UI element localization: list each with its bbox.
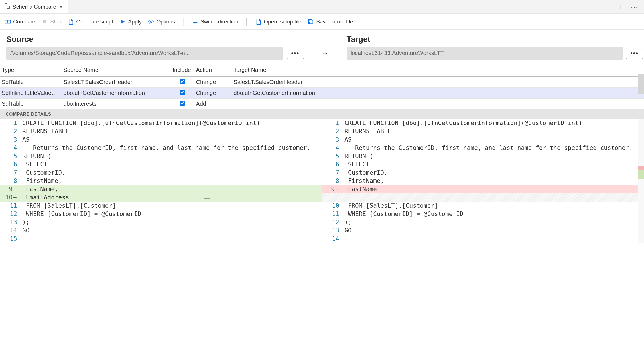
cell-type: SqlTable xyxy=(0,77,62,88)
stop-label: Stop xyxy=(50,19,61,25)
cell-target-name: dbo.ufnGetCustomerInformation xyxy=(232,88,644,99)
code-line: 10 FROM [SalesLT].[Customer] xyxy=(322,202,644,210)
code-line: 13GO xyxy=(322,226,644,235)
line-number: 11 xyxy=(0,202,22,210)
line-content: CustomerID, xyxy=(344,169,644,177)
cell-action: Add xyxy=(194,99,232,109)
line-content: -- Returns the CustomerID, first name, a… xyxy=(22,144,322,152)
target-code-pane[interactable]: 1CREATE FUNCTION [dbo].[ufnGetCustomerIn… xyxy=(322,119,644,243)
include-checkbox[interactable] xyxy=(180,101,185,106)
save-label: Save .scmp file xyxy=(316,19,353,25)
col-action-header[interactable]: Action xyxy=(194,64,232,77)
tab-bar: Schema Compare ··· xyxy=(0,0,644,14)
source-heading: Source xyxy=(6,35,304,44)
open-scmp-button[interactable]: Open .scmp file xyxy=(255,19,301,25)
code-line: 5RETURN ( xyxy=(0,152,322,160)
svg-rect-1 xyxy=(7,6,9,8)
options-button[interactable]: Options xyxy=(148,19,175,25)
compare-label: Compare xyxy=(13,19,35,25)
table-row[interactable]: SqlInlineTableValuedFu...dbo.ufnGetCusto… xyxy=(0,88,644,99)
apply-button[interactable]: Apply xyxy=(119,19,142,25)
code-line: 12); xyxy=(322,218,644,226)
code-line: 1CREATE FUNCTION [dbo].[ufnGetCustomerIn… xyxy=(0,119,322,127)
line-number: 13 xyxy=(0,218,22,226)
code-line: 9 LastName xyxy=(322,185,644,193)
options-label: Options xyxy=(157,19,175,25)
switch-direction-button[interactable]: Switch direction xyxy=(192,19,238,25)
code-line: 14GO xyxy=(0,226,322,235)
save-scmp-button[interactable]: Save .scmp file xyxy=(308,19,353,25)
line-number: 6 xyxy=(0,160,22,169)
tab-schema-compare[interactable]: Schema Compare xyxy=(0,0,68,13)
svg-rect-0 xyxy=(5,4,7,6)
cell-target-name xyxy=(232,99,644,109)
line-content: AS xyxy=(22,136,322,144)
table-row[interactable]: SqlTabledbo.InterestsAdd xyxy=(0,99,644,109)
generate-script-button[interactable]: Generate script xyxy=(68,19,113,25)
code-diff-split: 1CREATE FUNCTION [dbo].[ufnGetCustomerIn… xyxy=(0,119,644,243)
col-type-header[interactable]: Type xyxy=(0,64,62,77)
more-actions-button[interactable]: ··· xyxy=(631,3,638,10)
line-number: 3 xyxy=(322,136,344,144)
line-content xyxy=(344,193,644,202)
table-scrollbar[interactable] xyxy=(638,74,644,94)
target-browse-button[interactable]: ••• xyxy=(626,48,643,59)
line-content: SELECT xyxy=(344,160,644,169)
line-content: EmailAddress xyxy=(22,193,322,202)
source-path-input[interactable]: /Volumes/Storage/CodeRepos/sample-sandbo… xyxy=(6,47,283,60)
col-include-header[interactable]: Include xyxy=(171,64,194,77)
source-code-pane[interactable]: 1CREATE FUNCTION [dbo].[ufnGetCustomerIn… xyxy=(0,119,322,243)
line-number: 9 xyxy=(0,185,22,193)
line-number: 12 xyxy=(0,210,22,218)
code-line: 2RETURNS TABLE xyxy=(0,127,322,136)
line-number: 13 xyxy=(322,226,344,235)
col-source-name-header[interactable]: Source Name xyxy=(62,64,171,77)
stop-button: Stop xyxy=(42,19,61,25)
cell-action: Change xyxy=(194,88,232,99)
line-content: RETURN ( xyxy=(344,152,644,160)
tab-close-button[interactable] xyxy=(58,4,64,9)
code-line: 11 FROM [SalesLT].[Customer] xyxy=(0,202,322,210)
code-line xyxy=(322,193,644,202)
line-number: 15 xyxy=(0,235,22,243)
svg-point-10 xyxy=(150,21,152,23)
line-number: 10 xyxy=(0,193,22,202)
cell-source-name: SalesLT.SalesOrderHeader xyxy=(62,77,171,88)
sash-marker xyxy=(204,198,210,199)
split-editor-icon[interactable] xyxy=(620,4,626,10)
line-content: CREATE FUNCTION [dbo].[ufnGetCustomerInf… xyxy=(344,119,644,127)
line-number: 5 xyxy=(0,152,22,160)
col-target-name-header[interactable]: Target Name xyxy=(232,64,644,77)
line-number: 2 xyxy=(0,127,22,136)
minimap[interactable] xyxy=(638,119,644,243)
source-browse-button[interactable]: ••• xyxy=(287,48,304,59)
line-content xyxy=(22,235,322,243)
include-checkbox[interactable] xyxy=(180,90,185,95)
line-number: 3 xyxy=(0,136,22,144)
code-line: 3AS xyxy=(0,136,322,144)
line-number: 14 xyxy=(322,235,344,243)
line-number: 2 xyxy=(322,127,344,136)
include-checkbox[interactable] xyxy=(180,79,185,84)
code-line: 2RETURNS TABLE xyxy=(322,127,644,136)
svg-rect-11 xyxy=(310,19,312,21)
table-row[interactable]: SqlTableSalesLT.SalesOrderHeaderChangeSa… xyxy=(0,77,644,88)
line-number: 8 xyxy=(322,177,344,185)
cell-type: SqlTable xyxy=(0,99,62,109)
line-content: ); xyxy=(22,218,322,226)
line-content: SELECT xyxy=(22,160,322,169)
code-line: 7 CustomerID, xyxy=(322,169,644,177)
code-line: 1CREATE FUNCTION [dbo].[ufnGetCustomerIn… xyxy=(322,119,644,127)
target-path-input[interactable]: localhost,61433.AdventureWorksLTT xyxy=(347,47,623,60)
line-content: RETURNS TABLE xyxy=(344,127,644,136)
toolbar: Compare Stop Generate script Apply Optio… xyxy=(0,14,644,30)
direction-arrow-icon: → xyxy=(322,49,329,57)
compare-button[interactable]: Compare xyxy=(5,19,35,25)
diff-table: Type Source Name Include Action Target N… xyxy=(0,64,644,109)
toolbar-separator: │ xyxy=(181,18,186,26)
svg-rect-7 xyxy=(8,20,10,23)
code-line: 5RETURN ( xyxy=(322,152,644,160)
line-content: RETURNS TABLE xyxy=(22,127,322,136)
code-line: 6 SELECT xyxy=(0,160,322,169)
line-content: FROM [SalesLT].[Customer] xyxy=(22,202,322,210)
